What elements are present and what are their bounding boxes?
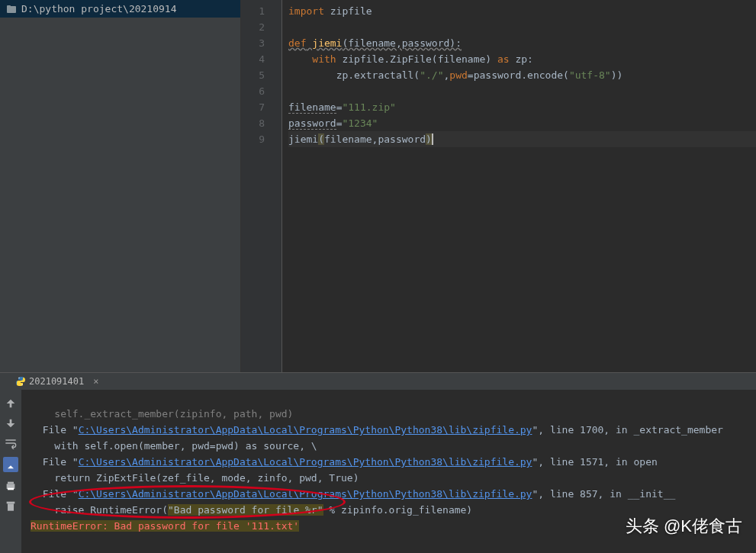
keyword: def (288, 37, 306, 49)
run-tab-bar: 2021091401 × (0, 373, 756, 390)
watermark: 头条 @K佬食古 (626, 515, 742, 538)
python-icon (15, 376, 26, 387)
svg-point-2 (18, 378, 19, 378)
line-number: 2 (241, 19, 281, 35)
project-root-item[interactable]: D:\python project\20210914 (0, 0, 240, 18)
line-number: 3 (241, 35, 281, 51)
string: "111.zip" (342, 101, 395, 113)
traceback-line: self._extract_member(zipinfo, path, pwd) (31, 408, 293, 420)
editor-gutter: 1 2 3 4 5 6 7 8 9 (241, 0, 282, 372)
print-icon[interactable] (5, 480, 17, 492)
scroll-to-end-icon[interactable] (3, 457, 18, 472)
svg-point-3 (21, 384, 22, 385)
svg-rect-5 (8, 482, 14, 484)
console-toolbar (0, 390, 21, 553)
svg-rect-7 (8, 503, 14, 510)
module: zipfile (324, 5, 372, 17)
line-number: 8 (241, 115, 281, 131)
string: "./" (420, 69, 443, 81)
svg-rect-8 (7, 502, 15, 504)
line-number: 6 (241, 83, 281, 99)
keyword: import (288, 5, 324, 17)
line-number: 7 (241, 99, 281, 115)
up-arrow-icon[interactable] (5, 397, 17, 410)
svg-rect-6 (8, 488, 14, 490)
run-tab-label[interactable]: 2021091401 (29, 376, 87, 387)
string: "1234" (342, 117, 378, 129)
line-number: 1 (241, 3, 281, 19)
close-tab-icon[interactable]: × (90, 376, 101, 387)
line-number: 9 (241, 131, 281, 147)
string: "utf-8" (569, 69, 611, 81)
code-editor[interactable]: 1 2 3 4 5 6 7 8 9 import zipfile def jie… (241, 0, 756, 372)
folder-icon (6, 4, 17, 14)
line-number: 4 (241, 51, 281, 67)
file-link[interactable]: C:\Users\Administrator\AppData\Local\Pro… (79, 488, 532, 500)
line-number: 5 (241, 67, 281, 83)
project-tree-panel[interactable]: D:\python project\20210914 (0, 0, 241, 372)
file-link[interactable]: C:\Users\Administrator\AppData\Local\Pro… (79, 424, 532, 436)
function-name: jiemi (306, 37, 342, 49)
variable: filename (288, 101, 336, 114)
editor-caret (432, 133, 433, 145)
code-content[interactable]: import zipfile def jiemi(filename,passwo… (282, 0, 756, 372)
function-call: jiemi (288, 133, 318, 145)
traceback-line: return ZipExtFile(zef_file, mode, zinfo,… (31, 472, 359, 484)
file-link[interactable]: C:\Users\Administrator\AppData\Local\Pro… (79, 456, 532, 468)
traceback-line: with self.open(member, pwd=pwd) as sourc… (31, 440, 317, 452)
variable: password (288, 117, 336, 130)
down-arrow-icon[interactable] (5, 417, 17, 429)
svg-rect-1 (7, 5, 11, 8)
error-message: RuntimeError: Bad password for file '111… (31, 520, 299, 532)
params: (filename,password): (342, 37, 462, 49)
keyword: with (312, 53, 336, 65)
project-path-label: D:\python project\20210914 (21, 3, 177, 14)
keyword: as (497, 53, 510, 65)
trash-icon[interactable] (5, 500, 17, 512)
soft-wrap-icon[interactable] (5, 437, 17, 449)
